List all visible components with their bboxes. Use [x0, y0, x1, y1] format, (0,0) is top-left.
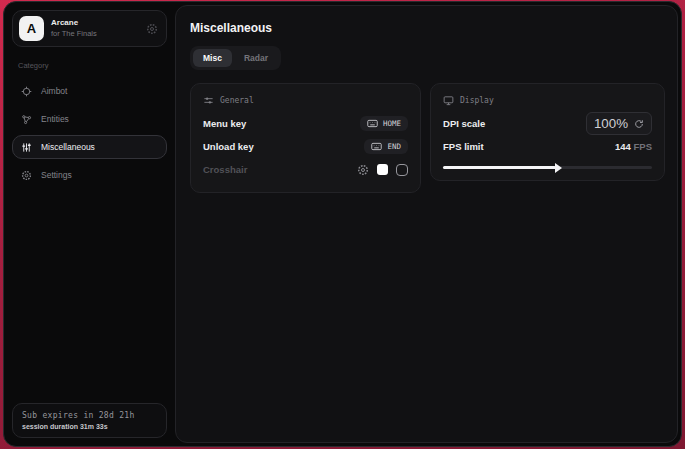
- dpi-scale-row: DPI scale 100%: [443, 112, 652, 135]
- tab-bar: Misc Radar: [190, 46, 281, 70]
- fps-slider[interactable]: [443, 166, 652, 169]
- crosshair-icon: [21, 86, 32, 97]
- sidebar-item-label: Miscellaneous: [41, 142, 95, 152]
- tab-misc[interactable]: Misc: [193, 49, 232, 67]
- gear-icon[interactable]: [357, 164, 369, 176]
- fps-limit-label: FPS limit: [443, 141, 484, 152]
- general-panel-title: General: [220, 96, 254, 105]
- menu-key-value: HOME: [383, 119, 401, 128]
- app-name: Arcane: [51, 18, 139, 28]
- sliders-icon: [21, 142, 32, 153]
- unload-key-value: END: [387, 142, 401, 151]
- general-panel-header: General: [203, 95, 408, 106]
- crosshair-color-swatch[interactable]: [377, 164, 388, 175]
- tab-radar[interactable]: Radar: [234, 49, 278, 67]
- category-label: Category: [18, 61, 167, 70]
- sidebar-item-label: Entities: [41, 114, 69, 124]
- app-subtitle: for The Finals: [51, 29, 139, 39]
- dpi-scale-value: 100%: [594, 116, 628, 131]
- display-panel-header: Display: [443, 95, 652, 106]
- app-window: A Arcane for The Finals Category: [3, 1, 682, 447]
- menu-key-bind-button[interactable]: HOME: [360, 116, 408, 131]
- sidebar-item-label: Aimbot: [41, 86, 67, 96]
- menu-key-row: Menu key HOME: [203, 112, 408, 135]
- general-panel: General Menu key HOME: [190, 83, 421, 193]
- keyboard-icon: [371, 142, 382, 151]
- crosshair-controls: [357, 164, 408, 176]
- fps-unit: FPS: [634, 141, 652, 152]
- profile-text: Arcane for The Finals: [51, 18, 139, 38]
- sub-expires-text: Sub expires in 28d 21h: [22, 411, 157, 420]
- crosshair-row: Crosshair: [203, 158, 408, 181]
- unload-key-label: Unload key: [203, 141, 254, 152]
- nodes-icon: [21, 114, 32, 125]
- panels-row: General Menu key HOME: [190, 83, 665, 193]
- crosshair-label: Crosshair: [203, 164, 247, 175]
- fps-limit-row: FPS limit 144 FPS: [443, 135, 652, 158]
- fps-slider-fill[interactable]: [443, 166, 556, 169]
- keyboard-icon: [367, 119, 378, 128]
- sidebar: A Arcane for The Finals Category: [4, 2, 175, 446]
- sidebar-item-settings[interactable]: Settings: [12, 163, 167, 187]
- monitor-icon: [443, 95, 454, 106]
- display-panel: Display DPI scale 100%: [430, 83, 665, 181]
- refresh-icon: [634, 119, 644, 129]
- sliders-horizontal-icon: [203, 95, 214, 106]
- fps-limit-value: 144 FPS: [615, 141, 652, 152]
- menu-key-label: Menu key: [203, 118, 246, 129]
- sidebar-item-aimbot[interactable]: Aimbot: [12, 79, 167, 103]
- main-content: Miscellaneous Misc Radar General: [175, 5, 678, 443]
- sidebar-item-miscellaneous[interactable]: Miscellaneous: [12, 135, 167, 159]
- app-logo: A: [19, 16, 44, 41]
- display-panel-title: Display: [460, 96, 494, 105]
- sidebar-item-label: Settings: [41, 170, 72, 180]
- dpi-scale-label: DPI scale: [443, 118, 485, 129]
- dpi-scale-button[interactable]: 100%: [586, 112, 652, 135]
- subscription-info: Sub expires in 28d 21h session duration …: [12, 403, 167, 438]
- page-title: Miscellaneous: [190, 21, 665, 35]
- gear-icon: [21, 170, 32, 181]
- sidebar-item-entities[interactable]: Entities: [12, 107, 167, 131]
- session-duration-text: session duration 31m 33s: [22, 423, 157, 430]
- unload-key-row: Unload key END: [203, 135, 408, 158]
- gear-icon[interactable]: [146, 23, 158, 35]
- profile-card: A Arcane for The Finals: [12, 10, 167, 47]
- unload-key-bind-button[interactable]: END: [364, 139, 408, 154]
- crosshair-checkbox[interactable]: [396, 164, 408, 176]
